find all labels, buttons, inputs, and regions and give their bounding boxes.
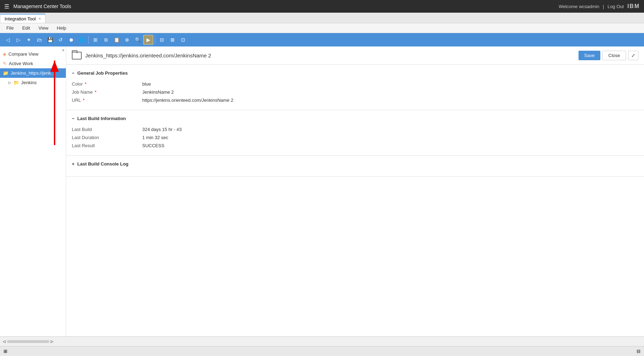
jenkins-folder-icon: 📁 (3, 70, 8, 76)
toolbar: ◁ ▷ + 🗁 💾 ↺ ⏺ 🌐 ⊞ ⧉ 📋 ⊗ 🔍 ▶ ⊟ ⊠ ⊡ (0, 33, 644, 46)
toolbar-separator-2 (155, 36, 155, 44)
job-name-row: Job Name * JenkinsName 2 (72, 88, 638, 96)
jenkins-folder-label: Jenkins_https://jenki...oriente... (11, 70, 56, 76)
table-button[interactable]: ⊞ (90, 35, 100, 45)
general-job-properties-section: − General Job Properties Color * blue Jo… (66, 65, 644, 110)
sidebar-close-icon[interactable]: × (62, 48, 64, 53)
last-result-value: SUCCESS (142, 143, 164, 148)
hamburger-icon[interactable]: ☰ (4, 3, 9, 10)
active-work-label: Active Work (9, 61, 33, 66)
general-section-label: General Job Properties (77, 70, 128, 76)
last-duration-value: 1 min 32 sec (142, 135, 168, 140)
build-info-toggle-icon: − (72, 116, 75, 121)
forward-button[interactable]: ▷ (13, 35, 23, 45)
expand-button[interactable]: ⤢ (628, 51, 638, 60)
tab-close-icon[interactable]: × (39, 17, 41, 21)
job-name-value: JenkinsName 2 (142, 89, 174, 95)
ibm-logo: IBM (627, 3, 640, 10)
save-button[interactable]: Save (579, 51, 600, 60)
console-log-section-header[interactable]: + Last Build Console Log (72, 161, 638, 167)
save-button[interactable]: 💾 (45, 35, 55, 45)
sidebar-item-active-work[interactable]: ✎ Active Work (0, 59, 66, 68)
last-result-label: Last Result (72, 143, 142, 148)
general-toggle-icon: − (72, 70, 75, 76)
last-duration-row: Last Duration 1 min 32 sec (72, 133, 638, 142)
close-panel-button[interactable]: Close (602, 51, 626, 60)
active-work-icon: ✎ (3, 61, 7, 66)
globe-button[interactable]: 🌐 (77, 35, 87, 45)
build-info-section-label: Last Build Information (77, 116, 126, 121)
header-buttons: Save Close ⤢ (579, 51, 638, 60)
menu-bar: File Edit View Help (0, 23, 644, 33)
last-build-value: 324 days 15 hr - #3 (142, 127, 182, 132)
sidebar-item-jenkins-folder[interactable]: 📁 Jenkins_https://jenki...oriente... (0, 68, 66, 78)
title-folder-icon (72, 52, 82, 60)
logout-link[interactable]: Log Out (607, 4, 624, 9)
color-label: Color * (72, 81, 142, 87)
status-bar: ⊞ ⊟ (0, 346, 644, 356)
general-section-header[interactable]: − General Job Properties (72, 70, 638, 76)
scroll-track[interactable] (7, 340, 49, 343)
build-info-section-header[interactable]: − Last Build Information (72, 116, 638, 121)
content-panel: Jenkins_https://jenkins.orienteed.com/Je… (66, 46, 644, 336)
scroll-left-icon[interactable]: ◁ (3, 339, 6, 343)
menu-help[interactable]: Help (53, 24, 70, 32)
jenkins-icon: 📁 (13, 80, 19, 85)
integration-tool-tab[interactable]: Integration Tool × (0, 14, 45, 23)
top-bar: ☰ Management Center Tools Welcome wcsadm… (0, 0, 644, 13)
color-row: Color * blue (72, 80, 638, 88)
content-header: Jenkins_https://jenkins.orienteed.com/Je… (66, 46, 644, 65)
tab-bar: Integration Tool × (0, 13, 644, 23)
divider: | (603, 4, 604, 9)
sidebar: × ◈ Compare View ✎ Active Work 📁 Jenkins… (0, 46, 66, 336)
console-log-section: + Last Build Console Log (66, 156, 644, 177)
last-duration-label: Last Duration (72, 135, 142, 140)
compare-view-icon: ◈ (3, 51, 6, 57)
tab-label: Integration Tool (5, 16, 36, 21)
scroll-right-icon[interactable]: ▷ (51, 339, 54, 343)
add-button[interactable]: + (24, 35, 34, 45)
url-required: * (83, 98, 85, 103)
refresh-button[interactable]: ↺ (56, 35, 65, 45)
url-value: https://jenkins.orienteed.com/JenkinsNam… (142, 98, 233, 103)
compare-view-label: Compare View (8, 51, 38, 57)
welcome-text: Welcome wcsadmin (559, 4, 599, 9)
sidebar-item-compare-view[interactable]: ◈ Compare View (0, 49, 66, 59)
scroll-area: ◁ ▷ (3, 339, 54, 343)
grid1-button[interactable]: ⊟ (157, 35, 167, 45)
paste-button[interactable]: 📋 (112, 35, 121, 45)
toolbar-separator-1 (88, 36, 89, 44)
menu-view[interactable]: View (35, 24, 52, 32)
delete-button[interactable]: ⊗ (122, 35, 132, 45)
menu-edit[interactable]: Edit (19, 24, 33, 32)
bottom-bar: ◁ ▷ (0, 336, 644, 346)
app-title: Management Center Tools (13, 4, 71, 9)
menu-file[interactable]: File (3, 24, 17, 32)
open-folder-button[interactable]: 🗁 (35, 35, 44, 45)
last-build-information-section: − Last Build Information Last Build 324 … (66, 110, 644, 156)
console-log-section-label: Last Build Console Log (77, 161, 129, 167)
job-name-required: * (95, 89, 96, 95)
grid2-button[interactable]: ⊠ (168, 35, 177, 45)
run-button[interactable]: ▶ (143, 35, 153, 45)
last-result-row: Last Result SUCCESS (72, 142, 638, 150)
console-log-toggle-icon: + (72, 161, 75, 167)
status-right-icon: ⊟ (637, 349, 640, 354)
job-name-label: Job Name * (72, 89, 142, 95)
content-title-text: Jenkins_https://jenkins.orienteed.com/Je… (85, 52, 211, 58)
jenkins-label: Jenkins (21, 80, 37, 85)
grid3-button[interactable]: ⊡ (178, 35, 188, 45)
last-build-row: Last Build 324 days 15 hr - #3 (72, 125, 638, 133)
sidebar-item-jenkins[interactable]: ▷ 📁 Jenkins (0, 78, 66, 87)
color-required: * (85, 81, 87, 87)
copy-button[interactable]: ⧉ (101, 35, 111, 45)
color-value: blue (142, 81, 151, 87)
url-label: URL * (72, 98, 142, 103)
content-title-area: Jenkins_https://jenkins.orienteed.com/Je… (72, 52, 211, 60)
back-button[interactable]: ◁ (3, 35, 13, 45)
jenkins-arrow-icon: ▷ (8, 81, 11, 85)
status-left-icon: ⊞ (4, 349, 7, 354)
search-button[interactable]: 🔍 (133, 35, 143, 45)
record-button[interactable]: ⏺ (66, 35, 76, 45)
url-row: URL * https://jenkins.orienteed.com/Jenk… (72, 96, 638, 104)
